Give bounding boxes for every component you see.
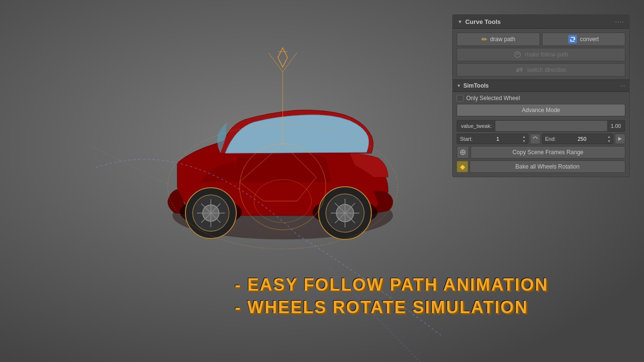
make-follow-path-icon: [514, 51, 521, 58]
switch-direction-button[interactable]: switch direction: [457, 63, 625, 77]
sync-icon: [532, 136, 538, 142]
make-follow-path-button[interactable]: make follow path: [457, 48, 625, 61]
copy-icon: [460, 149, 466, 156]
bake-icon: ◆: [457, 161, 468, 172]
copy-scene-label: Copy Scene Frames Range: [512, 149, 583, 156]
svg-point-38: [515, 52, 520, 57]
value-tweak-label: value_tweak:: [457, 121, 495, 131]
only-selected-wheel-label: Only Selected Wheel: [466, 95, 520, 102]
bake-button[interactable]: Bake all Wheels Rotation: [470, 160, 625, 173]
convert-label: convert: [580, 36, 598, 43]
annotation-line-2: - Wheels Rotate Simulation: [235, 296, 548, 319]
end-input[interactable]: 250: [559, 134, 605, 144]
viewport: - Easy Follow Path Animation - Wheels Ro…: [0, 0, 644, 362]
copy-icon-button[interactable]: [457, 146, 469, 158]
only-selected-wheel-row: Only Selected Wheel: [457, 95, 625, 102]
advance-mode-label: Advance Mode: [522, 107, 560, 113]
switch-direction-icon: [516, 66, 523, 74]
bake-row: ◆ Bake all Wheels Rotation: [457, 160, 625, 173]
draw-path-button[interactable]: ✏ draw path: [457, 33, 540, 46]
annotation-block: - Easy Follow Path Animation - Wheels Ro…: [235, 274, 548, 319]
start-up-arrow[interactable]: ▲: [522, 135, 527, 139]
value-tweak-value: 1.00: [607, 121, 625, 131]
bake-label: Bake all Wheels Rotation: [515, 163, 579, 170]
end-field-group: End: 250 ▲ ▼: [542, 134, 614, 144]
copy-scene-row: Copy Scene Frames Range: [457, 146, 625, 158]
value-tweak-row[interactable]: value_tweak: 1.00: [457, 120, 625, 132]
sim-tools-title: SimTools: [457, 82, 489, 89]
advance-mode-button[interactable]: Advance Mode: [457, 104, 625, 116]
panel-title: Curve Tools: [458, 18, 501, 25]
refresh-icon-button[interactable]: [615, 134, 625, 144]
sim-tools-section-header: SimTools ···: [453, 79, 629, 92]
make-follow-path-label: make follow path: [525, 51, 568, 58]
refresh-icon: [617, 136, 623, 142]
panel-body: ✏ draw path convert make foll: [453, 29, 629, 177]
panel-header: Curve Tools ····: [453, 15, 629, 29]
start-end-row: Start: 1 ▲ ▼ End: 250: [457, 134, 625, 144]
annotation-line-1: - Easy Follow Path Animation: [235, 274, 548, 296]
draw-path-label: draw path: [490, 36, 516, 43]
start-label: Start:: [457, 134, 475, 144]
start-input[interactable]: 1: [475, 134, 520, 144]
only-selected-wheel-checkbox[interactable]: [457, 95, 463, 102]
end-arrows[interactable]: ▲ ▼: [605, 135, 613, 144]
sync-icon-button[interactable]: [530, 134, 540, 144]
switch-direction-row: switch direction: [457, 63, 625, 77]
make-follow-path-row: make follow path: [457, 48, 625, 61]
end-label: End:: [542, 134, 559, 144]
curve-tools-panel: Curve Tools ···· ✏ draw path convert: [452, 14, 630, 177]
start-field-group: Start: 1 ▲ ▼: [457, 134, 529, 144]
convert-icon: [568, 35, 577, 44]
advance-mode-row: Advance Mode: [457, 104, 625, 118]
sim-tools-dots: ···: [621, 82, 625, 89]
panel-dots: ····: [615, 18, 624, 25]
start-arrows[interactable]: ▲ ▼: [520, 135, 528, 144]
copy-scene-button[interactable]: Copy Scene Frames Range: [471, 146, 625, 158]
switch-direction-label: switch direction: [527, 67, 566, 73]
end-up-arrow[interactable]: ▲: [607, 135, 611, 139]
end-down-arrow[interactable]: ▼: [607, 139, 611, 143]
curve-tools-row: ✏ draw path convert: [457, 33, 625, 46]
convert-button[interactable]: convert: [542, 33, 625, 46]
start-down-arrow[interactable]: ▼: [522, 139, 527, 143]
value-tweak-slider[interactable]: [495, 121, 607, 131]
pencil-icon: ✏: [482, 35, 487, 43]
